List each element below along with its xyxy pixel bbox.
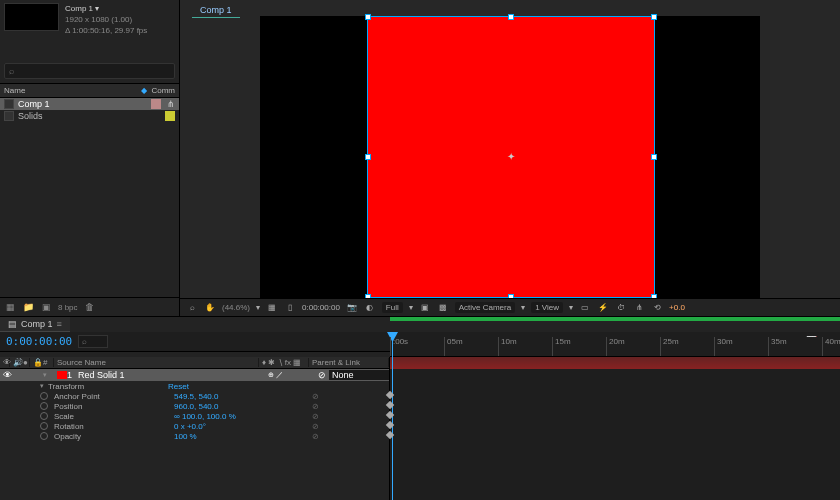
handle-tc[interactable] [508,14,514,20]
magnify-icon[interactable]: ⌕ [186,303,198,312]
pixel-aspect-icon[interactable]: ▭ [579,303,591,312]
composition-viewer: Comp 1 ✦ ⌕ ✋ (44.6%) ▾ ▦ ▯ 0:00:00:00 📷 … [180,0,840,316]
stopwatch-icon[interactable] [40,422,48,430]
expression-pick-icon[interactable]: ⊘ [312,392,319,401]
prop-label: Scale [54,412,174,421]
prop-label: Rotation [54,422,174,431]
handle-ml[interactable] [365,154,371,160]
prop-value[interactable]: 0 x +0.0° [174,422,206,431]
timeline-icon[interactable]: ⏱ [615,303,627,312]
timeline-panel: ▤ Comp 1 ≡ 0:00:00:00 ⌕ ⋔ ▣ ⟆ ◫ ◐ 📈 ▦ :0… [0,316,840,500]
layer-switches[interactable]: ⊕ ／ [265,370,315,380]
red-solid-layer[interactable]: ✦ [367,16,655,298]
expression-pick-icon[interactable]: ⊘ [312,412,319,421]
expression-pick-icon[interactable]: ⊘ [312,402,319,411]
project-footer: ▦ 📁 ▣ 8 bpc 🗑 [0,297,179,316]
twirl-icon[interactable]: ▾ [40,371,50,379]
comp-canvas[interactable]: ✦ [260,16,760,298]
expression-pick-icon[interactable]: ⊘ [312,432,319,441]
project-header: Comp 1 ▾ 1920 x 1080 (1.00) Δ 1:00:50:16… [0,0,179,39]
col-source[interactable]: Source Name [54,358,259,367]
zoom-level[interactable]: (44.6%) [222,303,250,312]
hand-icon[interactable]: ✋ [204,303,216,312]
current-time[interactable]: 0:00:00:00 [0,335,78,348]
label-swatch [165,111,175,121]
anchor-point-icon[interactable]: ✦ [506,152,516,162]
prop-label: Anchor Point [54,392,174,401]
grid-icon[interactable]: ▦ [266,303,278,312]
comp-icon [4,99,14,109]
col-solo-icon[interactable]: ● [20,358,30,367]
project-item-solids[interactable]: Solids [0,110,179,122]
flowchart-icon[interactable]: ⋔ [167,99,175,109]
ruler-tick: 20m [606,337,625,356]
stopwatch-icon[interactable] [40,392,48,400]
guides-icon[interactable]: ▯ [284,303,296,312]
reset-link[interactable]: Reset [168,382,189,391]
close-tab-icon[interactable]: ≡ [57,319,62,329]
region-icon[interactable]: ▣ [419,303,431,312]
camera-drop[interactable]: Active Camera [455,302,515,313]
flowchart-icon[interactable]: ⋔ [633,303,645,312]
prop-label: Opacity [54,432,174,441]
label-swatch [151,99,161,109]
project-item-comp1[interactable]: Comp 1 ⋔ [0,98,179,110]
prop-value[interactable]: 960.0, 540.0 [174,402,218,411]
prop-value[interactable]: 100 % [174,432,197,441]
exposure[interactable]: +0.0 [669,303,685,312]
twirl-icon[interactable]: ▾ [40,382,44,390]
handle-tl[interactable] [365,14,371,20]
col-audio-icon[interactable]: 🔊 [10,358,20,367]
new-folder-icon[interactable]: 📁 [22,301,34,313]
layer-row-1[interactable]: 👁 ▾ 1 Red Solid 1 ⊕ ／ ⊘ None [0,369,389,381]
parent-drop[interactable]: None [329,370,389,380]
comp-dur: Δ 1:00:50:16, 29.97 fps [65,25,147,36]
transparency-icon[interactable]: ▩ [437,303,449,312]
playhead-line[interactable] [392,337,393,500]
layers-icon: ▤ [8,319,17,329]
project-item-label: Solids [18,111,43,121]
ruler-tick: 15m [552,337,571,356]
prop-value[interactable]: 549.5, 540.0 [174,392,218,401]
handle-mr[interactable] [651,154,657,160]
col-parent[interactable]: Parent & Link [309,358,389,367]
stopwatch-icon[interactable] [40,402,48,410]
prop-value[interactable]: ∞ 100.0, 100.0 % [174,412,236,421]
snapshot-icon[interactable]: 📷 [346,303,358,312]
col-name[interactable]: Name [4,86,141,95]
channel-icon[interactable]: ◐ [364,303,376,312]
col-video-icon[interactable]: 👁 [0,358,10,367]
col-lock-icon[interactable]: 🔒 [30,358,40,367]
new-comp-icon[interactable]: ▣ [40,301,52,313]
folder-icon [4,111,14,121]
bpc-toggle[interactable]: 8 bpc [58,301,78,313]
timeline-search[interactable]: ⌕ [78,335,108,348]
time-ruler[interactable]: :00s05m10m15m20m25m30m35m40m [390,337,840,357]
ruler-tick: 40m [822,337,840,356]
parent-pick-icon[interactable]: ⊘ [315,370,329,380]
prop-anchor-point: Anchor Point549.5, 540.0⊘ [0,391,389,401]
preview-time[interactable]: 0:00:00:00 [302,303,340,312]
comp-thumbnail[interactable] [4,3,59,31]
label-filter-icon[interactable]: ◆ [141,86,147,95]
video-toggle[interactable]: 👁 [0,370,10,380]
col-type[interactable]: Comm [151,86,175,95]
interpret-icon[interactable]: ▦ [4,301,16,313]
project-search[interactable]: ⌕ [4,63,175,79]
work-area-bar[interactable] [390,317,840,321]
fast-preview-icon[interactable]: ⚡ [597,303,609,312]
track-area[interactable] [390,357,840,500]
stopwatch-icon[interactable] [40,412,48,420]
layer-name[interactable]: Red Solid 1 [75,370,265,380]
trash-icon[interactable]: 🗑 [84,301,96,313]
views-drop[interactable]: 1 View [531,302,563,313]
resolution-drop[interactable]: Full [382,302,403,313]
handle-tr[interactable] [651,14,657,20]
stopwatch-icon[interactable] [40,432,48,440]
reset-exposure-icon[interactable]: ⟲ [651,303,663,312]
ruler-tick: 05m [444,337,463,356]
timeline-tab[interactable]: ▤ Comp 1 ≡ [0,317,70,332]
expression-pick-icon[interactable]: ⊘ [312,422,319,431]
comp-title: Comp 1 [65,4,93,13]
transform-group[interactable]: ▾ Transform Reset [0,381,389,391]
